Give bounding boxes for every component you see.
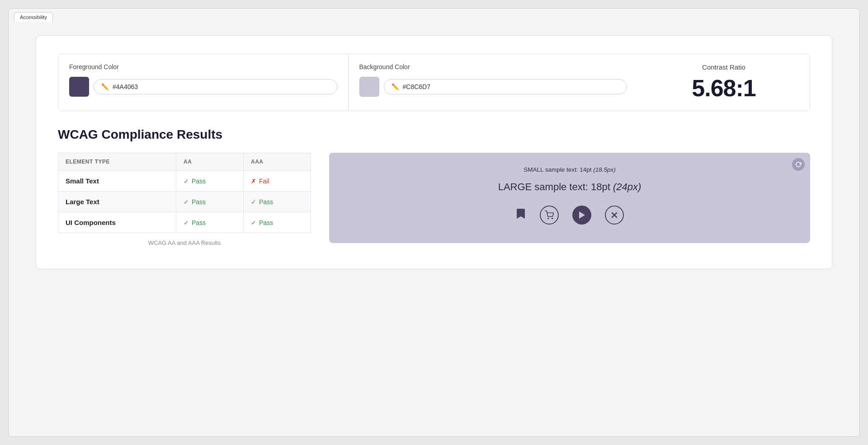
foreground-input-row: ✏️ #4A4063 [69,77,337,97]
foreground-label: Foreground Color [69,63,337,70]
element-type-cell: Large Text [58,192,176,212]
pass-badge: ✓ Pass [184,198,236,206]
svg-point-1 [552,218,553,219]
pass-badge: ✓ Pass [184,178,236,185]
svg-marker-2 [579,211,585,219]
col-header-element: ELEMENT TYPE [58,153,176,171]
foreground-color-section: Foreground Color ✏️ #4A4063 [58,54,349,111]
main-card: Foreground Color ✏️ #4A4063 Background C… [36,35,832,269]
preview-small-text: SMALL sample text: 14pt (18.5px) [343,166,797,173]
background-hex-value: #C8C6D7 [403,83,430,90]
foreground-hex-value: #4A4063 [113,83,138,90]
wcag-title: WCAG Compliance Results [58,127,810,142]
foreground-text-input[interactable]: ✏️ #4A4063 [94,79,337,94]
content-area: Foreground Color ✏️ #4A4063 Background C… [9,22,859,283]
col-header-aa: AA [176,153,243,171]
background-color-section: Background Color ✏️ #C8C6D7 [349,54,638,111]
accessibility-tab[interactable]: Accessibility [14,12,53,22]
pass-badge: ✓ Pass [251,219,303,226]
preview-large-text: LARGE sample text: 18pt (24px) [343,181,797,193]
fail-badge: ✗ Fail [251,178,303,185]
contrast-ratio-label: Contrast Ratio [702,63,745,71]
foreground-pencil-icon: ✏️ [101,83,109,90]
results-row: ELEMENT TYPE AA AAA Small Text [58,153,810,246]
svg-point-0 [548,218,549,219]
element-type-cell: UI Components [58,212,176,233]
compliance-table-wrap: ELEMENT TYPE AA AAA Small Text [58,153,311,246]
small-text-aa: ✓ Pass [176,171,243,192]
element-type-cell: Small Text [58,171,176,192]
table-header: ELEMENT TYPE AA AAA [58,153,311,171]
play-icon-preview[interactable] [572,206,591,225]
ui-components-aaa: ✓ Pass [243,212,311,233]
table-row: Large Text ✓ Pass ✓ Pass [58,192,311,212]
check-icon: ✓ [251,198,256,206]
table-row: UI Components ✓ Pass ✓ Pass [58,212,311,233]
compliance-table: ELEMENT TYPE AA AAA Small Text [58,153,311,233]
background-input-row: ✏️ #C8C6D7 [359,77,627,97]
bookmark-icon-preview[interactable] [515,207,526,223]
color-pickers-row: Foreground Color ✏️ #4A4063 Background C… [58,54,810,111]
table-body: Small Text ✓ Pass ✗ Fail [58,171,311,233]
background-swatch[interactable] [359,77,379,97]
small-text-aaa: ✗ Fail [243,171,311,192]
preview-icons-row [343,206,797,225]
preview-panel: SMALL sample text: 14pt (18.5px) LARGE s… [329,153,810,243]
close-icon-preview[interactable] [605,206,624,225]
col-header-aaa: AAA [243,153,311,171]
background-label: Background Color [359,63,627,70]
background-pencil-icon: ✏️ [392,83,399,90]
pass-badge: ✓ Pass [251,198,303,206]
cart-icon-preview[interactable] [540,206,559,225]
contrast-ratio-value: 5.68:1 [692,75,755,102]
ui-components-aa: ✓ Pass [176,212,243,233]
table-row: Small Text ✓ Pass ✗ Fail [58,171,311,192]
large-text-aaa: ✓ Pass [243,192,311,212]
tab-bar: Accessibility [9,9,859,22]
window-frame: Accessibility Foreground Color ✏️ #4A406… [8,8,860,437]
check-icon: ✓ [251,219,256,226]
refresh-button[interactable] [792,158,805,171]
check-icon: ✓ [184,178,189,185]
check-icon: ✓ [184,219,189,226]
foreground-swatch[interactable] [69,77,89,97]
table-caption: WCAG AA and AAA Results [58,239,311,246]
check-icon: ✓ [184,198,189,206]
x-icon: ✗ [251,178,256,185]
background-text-input[interactable]: ✏️ #C8C6D7 [384,79,627,94]
contrast-ratio-section: Contrast Ratio 5.68:1 [638,54,810,111]
large-text-aa: ✓ Pass [176,192,243,212]
pass-badge: ✓ Pass [184,219,236,226]
